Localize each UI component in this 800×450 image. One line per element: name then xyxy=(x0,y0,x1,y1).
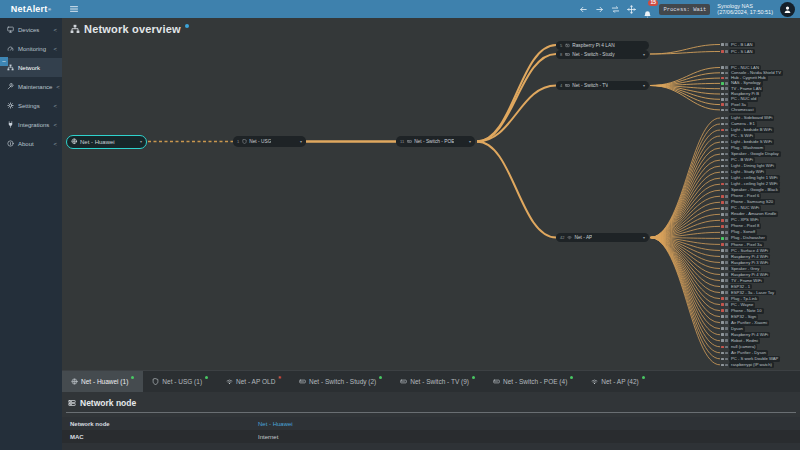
leaf-chromecast[interactable]: Chromecast xyxy=(721,107,756,113)
app-logo[interactable]: NetAlert® xyxy=(0,0,62,18)
hamburger-menu-icon[interactable] xyxy=(69,4,79,14)
network-icon xyxy=(70,24,80,34)
chevron-down-icon[interactable]: ▾ xyxy=(138,139,142,144)
status-dot xyxy=(721,225,724,228)
status-dot xyxy=(721,129,724,132)
device-label: Phone - Pixel 8 xyxy=(729,223,761,229)
status-dot-green xyxy=(570,376,573,379)
sidebar-item-monitoring[interactable]: Monitoring< xyxy=(0,39,62,58)
device-icon xyxy=(725,273,728,276)
chevron-down-icon[interactable]: ▾ xyxy=(641,83,645,88)
status-dot xyxy=(721,93,724,96)
chevron-down-icon[interactable]: ▾ xyxy=(467,139,471,144)
status-dot xyxy=(721,135,724,138)
device-label: Phone - Pixel 3a xyxy=(729,242,764,248)
device-icon xyxy=(725,141,728,144)
wire xyxy=(650,136,720,237)
tab-net-switch-study-2[interactable]: Net - Switch - Study (2) xyxy=(290,371,391,392)
status-dot xyxy=(721,98,724,101)
wire xyxy=(650,238,720,365)
sidebar-item-about[interactable]: About< xyxy=(0,134,62,153)
chevron-down-icon[interactable]: ▾ xyxy=(298,139,302,144)
tab-net-switch-poe-4[interactable]: Net - Switch - POE (4) xyxy=(484,371,582,392)
node-net-usg[interactable]: 1Net - USG▾ xyxy=(233,136,306,147)
sidebar-item-label: About xyxy=(18,141,49,147)
wire xyxy=(650,178,720,237)
sidebar-item-network[interactable]: Network xyxy=(0,58,62,77)
wifi-icon xyxy=(591,378,598,385)
forward-icon[interactable] xyxy=(595,5,604,14)
node-net-huawei[interactable]: Net - Huawei▾ xyxy=(66,135,147,149)
status-dot-green xyxy=(379,376,382,379)
status-dot xyxy=(721,87,724,90)
node-label: Raspberry Pi 4 LAN xyxy=(572,43,614,48)
wire xyxy=(650,238,720,317)
tab-net-huawei-1[interactable]: Net - Huawei (1) xyxy=(62,371,143,392)
wire xyxy=(650,238,720,353)
sidebar-menu: Devices<Monitoring<NetworkMaintenance<Se… xyxy=(0,20,62,153)
user-avatar[interactable] xyxy=(780,2,795,17)
node-port-badge: 11 xyxy=(400,139,404,144)
sidebar-item-maintenance[interactable]: Maintenance< xyxy=(0,77,62,96)
move-icon[interactable] xyxy=(627,5,636,14)
leaf-pc-b-lan[interactable]: PC - B LAN xyxy=(721,42,755,48)
app-logo-text: NetAlert xyxy=(11,4,48,14)
wire xyxy=(650,238,720,251)
info-icon xyxy=(7,140,14,147)
notifications-bell[interactable]: 15 xyxy=(643,5,652,14)
device-label: PC - S LAN xyxy=(729,49,755,55)
status-dot xyxy=(721,231,724,234)
device-icon xyxy=(725,358,728,361)
status-dot xyxy=(721,72,724,75)
node-net-ap[interactable]: 42Net - AP▾ xyxy=(556,233,649,242)
wire xyxy=(650,238,720,299)
wire xyxy=(477,142,556,238)
tab-net-ap-42[interactable]: Net - AP (42) xyxy=(582,371,653,392)
wire xyxy=(650,238,720,257)
device-icon xyxy=(725,346,728,349)
status-dot xyxy=(721,346,724,349)
tab-net-usg-1[interactable]: Net - USG (1) xyxy=(143,371,217,392)
sidebar-item-label: Network xyxy=(18,65,53,71)
wifi-icon xyxy=(567,235,572,240)
wire xyxy=(650,238,720,281)
tab-net-ap-old[interactable]: Net - AP OLD* xyxy=(217,371,290,392)
sidebar: Devices<Monitoring<NetworkMaintenance<Se… xyxy=(0,18,62,450)
wire xyxy=(650,238,720,275)
sidebar-item-label: Maintenance xyxy=(18,84,52,90)
node-port-badge: 4 xyxy=(560,83,562,88)
sidebar-item-integrations[interactable]: Integrations< xyxy=(0,115,62,134)
leaf-pc-s-lan[interactable]: PC - S LAN xyxy=(721,49,755,55)
switch-icon xyxy=(407,139,412,144)
node-raspberry-pi-4-lan[interactable]: 5Raspberry Pi 4 LAN xyxy=(556,41,649,50)
refresh-icon[interactable] xyxy=(611,5,620,14)
chevron-down-icon[interactable]: ▾ xyxy=(641,235,645,240)
tab-net-switch-tv-9[interactable]: Net - Switch - TV (9) xyxy=(391,371,484,392)
node-net-switch-study[interactable]: 8Net - Switch - Study▾ xyxy=(556,50,649,59)
device-icon xyxy=(725,207,728,210)
sidebar-item-devices[interactable]: Devices< xyxy=(0,20,62,39)
node-net-switch-tv[interactable]: 4Net - Switch - TV▾ xyxy=(556,81,649,90)
leaf-raspberrypi-ip-watch[interactable]: raspberrypi (IP watch) xyxy=(721,362,774,368)
sidebar-item-settings[interactable]: Settings< xyxy=(0,96,62,115)
chevron-down-icon[interactable]: ▾ xyxy=(641,52,645,57)
device-icon xyxy=(725,201,728,204)
device-label: Phone - Samsung S20 xyxy=(729,199,775,205)
plug-icon xyxy=(7,121,14,128)
device-icon xyxy=(725,231,728,234)
node-net-switch-poe[interactable]: 11Net - Switch - POE▾ xyxy=(396,136,475,147)
tab-label: Net - Switch - TV (9) xyxy=(410,378,469,385)
device-label: Robot - Redmi xyxy=(729,338,760,344)
device-label: Phone - Pixel 6 xyxy=(729,193,761,199)
status-dot-green xyxy=(642,376,645,379)
device-icon xyxy=(725,129,728,132)
device-icon xyxy=(725,195,728,198)
node-label: Net - Switch - TV xyxy=(572,83,608,88)
back-icon[interactable] xyxy=(579,5,588,14)
wire xyxy=(650,78,720,85)
wrench-icon xyxy=(7,83,14,90)
sidebar-collapse-handle[interactable]: – xyxy=(0,57,8,66)
sidebar-item-label: Devices xyxy=(18,27,49,33)
status-dot xyxy=(721,117,724,120)
panel-row-value[interactable]: Net - Huawei xyxy=(258,421,293,427)
